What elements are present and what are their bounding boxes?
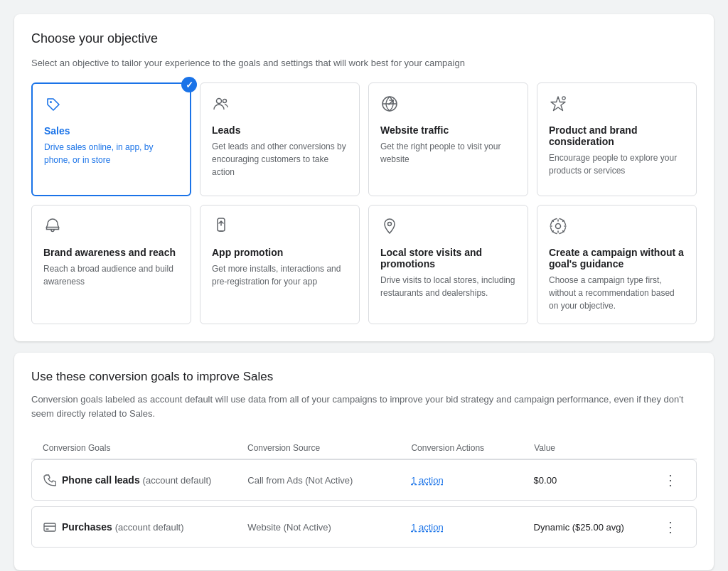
no-goal-desc: Choose a campaign type first, without a … <box>549 274 685 312</box>
svg-point-0 <box>50 101 52 103</box>
goal-source-cell: Call from Ads (Not Active) <box>247 475 411 486</box>
panel-title: Choose your objective <box>31 31 697 46</box>
no-goal-icon <box>549 217 685 240</box>
objective-card-product-brand[interactable]: Product and brand considerationEncourage… <box>537 82 697 196</box>
goal-value-cell: Dynamic ($25.00 avg) <box>534 522 656 533</box>
goal-value-cell: $0.00 <box>534 475 656 486</box>
conversion-rows: Phone call leads (account default)Call f… <box>31 459 697 548</box>
more-menu-button[interactable]: ⋮ <box>656 518 685 535</box>
goal-source-cell: Website (Not Active) <box>247 522 411 533</box>
sales-icon <box>44 95 178 118</box>
objective-card-local-store[interactable]: Local store visits and promotionsDrive v… <box>368 205 528 324</box>
table-header: Conversion Goals Conversion Source Conve… <box>31 437 697 459</box>
goal-name-cell: Phone call leads (account default) <box>43 474 247 486</box>
more-menu-button[interactable]: ⋮ <box>656 471 685 489</box>
svg-point-1 <box>217 99 222 104</box>
sales-title: Sales <box>44 125 178 137</box>
leads-title: Leads <box>212 124 348 136</box>
goal-name-text: Purchases (account default) <box>62 521 184 533</box>
product-brand-desc: Encourage people to explore your product… <box>549 151 685 177</box>
objective-card-leads[interactable]: LeadsGet leads and other conversions by … <box>200 82 360 196</box>
goal-actions-cell[interactable]: 1 action <box>411 522 533 533</box>
product-brand-title: Product and brand consideration <box>549 124 685 147</box>
website-traffic-icon <box>380 95 516 117</box>
objectives-grid: ✓SalesDrive sales online, in app, by pho… <box>31 82 697 324</box>
svg-point-2 <box>223 100 227 103</box>
app-promotion-icon <box>212 217 348 240</box>
col-value: Value <box>534 443 657 453</box>
col-goals: Conversion Goals <box>43 443 247 453</box>
brand-awareness-desc: Reach a broad audience and build awarene… <box>43 262 179 288</box>
local-store-icon <box>380 217 516 240</box>
conversion-panel: Use these conversion goals to improve Sa… <box>14 353 714 570</box>
col-source: Conversion Source <box>247 443 411 453</box>
app-promotion-title: App promotion <box>212 247 348 258</box>
conversion-title: Use these conversion goals to improve Sa… <box>31 370 697 384</box>
objective-panel: Choose your objective Select an objectiv… <box>14 14 714 341</box>
website-traffic-desc: Get the right people to visit your websi… <box>380 140 516 166</box>
brand-awareness-icon <box>43 217 179 240</box>
conversion-row-phone-call-leads: Phone call leads (account default)Call f… <box>31 459 697 501</box>
card-icon <box>43 521 56 533</box>
svg-point-6 <box>388 223 392 226</box>
phone-icon <box>43 474 56 486</box>
goal-actions-cell[interactable]: 1 action <box>411 475 533 486</box>
website-traffic-title: Website traffic <box>380 124 516 136</box>
leads-icon <box>212 95 348 117</box>
col-actions: Conversion Actions <box>411 443 534 453</box>
sales-desc: Drive sales online, in app, by phone, or… <box>44 141 178 166</box>
no-goal-title: Create a campaign without a goal's guida… <box>549 247 685 270</box>
svg-point-4 <box>562 97 565 100</box>
product-brand-icon <box>549 95 685 117</box>
objective-card-app-promotion[interactable]: App promotionGet more installs, interact… <box>200 205 360 324</box>
objective-card-sales[interactable]: ✓SalesDrive sales online, in app, by pho… <box>31 82 191 196</box>
panel-subtitle: Select an objective to tailor your exper… <box>31 58 697 68</box>
brand-awareness-title: Brand awareness and reach <box>43 247 179 258</box>
conversion-row-purchases: Purchases (account default)Website (Not … <box>31 506 697 548</box>
objective-card-no-goal[interactable]: Create a campaign without a goal's guida… <box>537 205 697 324</box>
goal-name-cell: Purchases (account default) <box>43 521 247 533</box>
goal-name-text: Phone call leads (account default) <box>62 474 211 486</box>
app-promotion-desc: Get more installs, interactions and pre-… <box>212 262 348 288</box>
local-store-title: Local store visits and promotions <box>380 247 516 270</box>
local-store-desc: Drive visits to local stores, including … <box>380 274 516 299</box>
selected-check-badge: ✓ <box>181 77 197 92</box>
leads-desc: Get leads and other conversions by encou… <box>212 140 348 178</box>
objective-card-website-traffic[interactable]: Website trafficGet the right people to v… <box>368 82 528 196</box>
objective-card-brand-awareness[interactable]: Brand awareness and reachReach a broad a… <box>31 205 191 324</box>
svg-rect-8 <box>44 523 55 531</box>
conversion-desc: Conversion goals labeled as account defa… <box>31 393 697 420</box>
svg-point-7 <box>556 224 561 229</box>
